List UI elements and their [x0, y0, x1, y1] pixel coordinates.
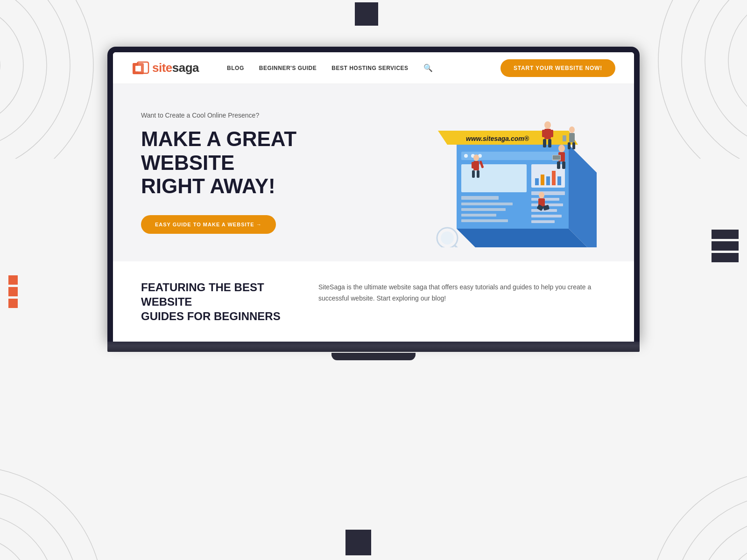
svg-rect-35 [461, 203, 513, 205]
svg-point-68 [544, 121, 551, 129]
nav-link-hosting[interactable]: BEST HOSTING SERVICES [331, 65, 408, 71]
laptop-stand [107, 352, 640, 368]
svg-rect-38 [461, 219, 508, 222]
svg-rect-94 [563, 135, 566, 141]
svg-rect-71 [548, 139, 551, 147]
svg-rect-50 [531, 220, 555, 223]
svg-text:www.sitesaga.com®: www.sitesaga.com® [466, 135, 529, 142]
svg-marker-27 [569, 145, 597, 247]
search-icon[interactable]: 🔍 [423, 63, 433, 72]
svg-point-74 [558, 145, 565, 152]
svg-point-16 [719, 541, 747, 560]
svg-point-1 [0, 5, 23, 126]
hero-title-line2: RIGHT AWAY! [141, 175, 275, 197]
svg-point-14 [0, 467, 103, 560]
svg-rect-42 [546, 176, 550, 185]
laptop-wrapper: sitesaga BLOG BEGINNER'S GUIDE BEST HOST… [107, 47, 640, 368]
svg-rect-37 [461, 214, 496, 217]
hero-subtitle: Want to Create a Cool Online Presence? [141, 112, 363, 119]
svg-rect-49 [531, 215, 562, 217]
bottom-description: SiteSaga is the ultimate website saga th… [318, 280, 606, 304]
svg-point-19 [649, 471, 747, 560]
svg-rect-40 [535, 178, 539, 185]
decor-square-bottom-center [345, 530, 371, 555]
svg-rect-72 [542, 130, 545, 137]
site-logo[interactable]: sitesaga [132, 59, 199, 77]
hero-title-line1: MAKE A GREAT WEBSITE [141, 127, 296, 174]
svg-rect-24 [135, 66, 141, 71]
svg-rect-84 [472, 162, 474, 168]
svg-point-11 [0, 537, 33, 560]
laptop-screen: sitesaga BLOG BEGINNER'S GUIDE BEST HOST… [113, 52, 634, 342]
svg-point-86 [539, 192, 544, 198]
svg-point-2 [0, 0, 47, 149]
deco-squares-left [8, 275, 18, 308]
svg-point-90 [569, 126, 575, 133]
svg-rect-43 [552, 171, 556, 185]
svg-point-9 [658, 0, 747, 159]
svg-rect-45 [531, 191, 565, 195]
svg-rect-92 [568, 142, 571, 149]
svg-rect-82 [472, 170, 475, 178]
laptop-base [107, 342, 640, 352]
svg-rect-93 [572, 142, 575, 149]
nav-links: BLOG BEGINNER'S GUIDE BEST HOSTING SERVI… [227, 63, 500, 72]
hero-illustration: www.sitesaga.com® [382, 98, 606, 247]
svg-point-4 [0, 0, 93, 159]
svg-rect-70 [543, 139, 546, 147]
nav-cta-button[interactable]: START YOUR WEBSITE NOW! [500, 59, 615, 77]
deco-bar-2 [712, 241, 739, 251]
svg-rect-83 [477, 170, 479, 178]
site-navigation: sitesaga BLOG BEGINNER'S GUIDE BEST HOST… [113, 52, 634, 84]
hero-cta-button[interactable]: EASY GUIDE TO MAKE A WEBSITE → [141, 215, 276, 234]
hero-section: Want to Create a Cool Online Presence? M… [113, 84, 634, 261]
svg-rect-46 [531, 198, 559, 201]
svg-point-6 [728, 0, 747, 126]
circles-bottom-right [598, 420, 747, 560]
hero-title: MAKE A GREAT WEBSITE RIGHT AWAY! [141, 127, 363, 198]
svg-rect-44 [557, 176, 561, 185]
deco-sq-2 [8, 287, 18, 296]
svg-point-3 [0, 0, 70, 159]
svg-rect-69 [544, 129, 551, 139]
deco-sq-3 [8, 299, 18, 308]
svg-rect-77 [562, 161, 565, 169]
svg-rect-73 [550, 130, 553, 137]
bottom-title: FEATURING THE BEST WEBSITE GUIDES FOR BE… [141, 280, 290, 324]
deco-sq-1 [8, 275, 18, 285]
svg-line-55 [455, 245, 460, 247]
nav-link-blog[interactable]: BLOG [227, 65, 244, 71]
svg-rect-41 [541, 175, 544, 185]
svg-point-13 [0, 490, 79, 560]
logo-icon [132, 59, 149, 77]
svg-point-7 [705, 0, 747, 149]
bottom-title-line1: FEATURING THE BEST WEBSITE [141, 281, 264, 308]
decor-square-top-center [355, 2, 378, 26]
svg-point-12 [0, 513, 56, 560]
svg-rect-33 [461, 164, 527, 192]
svg-rect-79 [553, 155, 560, 160]
laptop-screen-bezel: sitesaga BLOG BEGINNER'S GUIDE BEST HOST… [107, 47, 640, 342]
svg-point-8 [682, 0, 747, 159]
svg-rect-81 [473, 161, 479, 170]
svg-rect-34 [461, 196, 499, 200]
svg-rect-36 [461, 208, 506, 211]
bottom-title-line2: GUIDES FOR BEGINNERS [141, 310, 281, 322]
circles-bottom-left [0, 420, 149, 560]
bottom-section: FEATURING THE BEST WEBSITE GUIDES FOR BE… [113, 261, 634, 342]
nav-link-guide[interactable]: BEGINNER'S GUIDE [259, 65, 317, 71]
laptop: sitesaga BLOG BEGINNER'S GUIDE BEST HOST… [107, 47, 640, 368]
hero-svg-illustration: www.sitesaga.com® [382, 98, 606, 247]
svg-point-80 [473, 154, 479, 161]
svg-point-30 [464, 154, 468, 158]
svg-rect-76 [557, 161, 560, 169]
deco-bar-3 [712, 253, 739, 262]
svg-rect-91 [569, 133, 575, 142]
svg-point-18 [672, 495, 747, 560]
svg-point-54 [441, 231, 454, 245]
svg-point-17 [696, 518, 747, 560]
logo-text: sitesaga [152, 61, 199, 75]
hero-left: Want to Create a Cool Online Presence? M… [141, 112, 382, 234]
deco-bar-1 [712, 230, 739, 239]
deco-bars-right [712, 230, 739, 262]
